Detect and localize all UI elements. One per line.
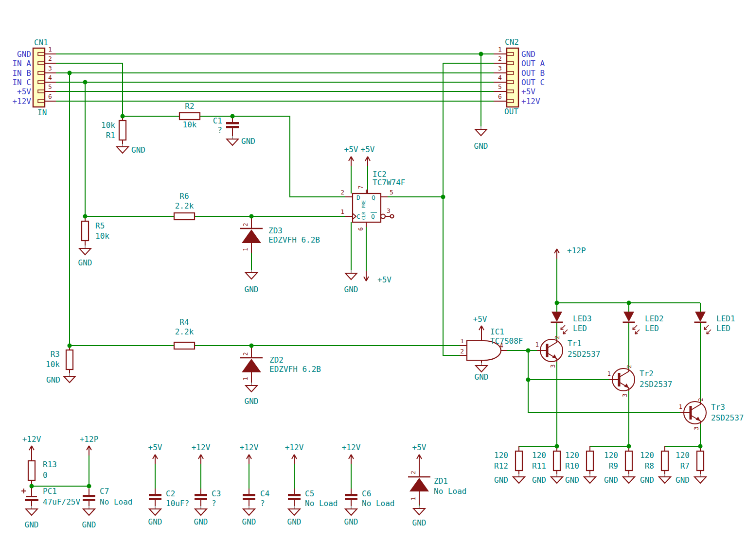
gnd-label: GND [287, 517, 302, 526]
r4-ref: R4 [179, 317, 189, 327]
r3-ref: R3 [51, 350, 60, 359]
r1-value: 10k [101, 121, 115, 130]
junction-dot [68, 344, 72, 348]
transistor-tr3: 2 3 1 Tr3 2SD2537 [679, 398, 744, 430]
power-arrow-up [87, 446, 91, 455]
led2-body [623, 312, 640, 334]
r9-value: 120 [604, 451, 618, 460]
tr1-pin-2: 2 [554, 335, 561, 339]
cn2-pin-number: 2 [498, 55, 502, 62]
power-arrow-up [292, 455, 297, 464]
gnd-label: GND [676, 475, 690, 485]
schematic-svg: CN1 IN 1 2 3 4 5 6 GND IN A IN B IN C +5… [0, 0, 747, 560]
schematic-canvas: CN1 IN 1 2 3 4 5 6 GND IN A IN B IN C +5… [0, 0, 747, 560]
tr1-part: 2SD2537 [568, 350, 600, 359]
pc1-value: 47uF/25V [43, 497, 80, 507]
ic2-pin-name-clr: CLR [361, 211, 366, 220]
ic1-part: TC7S08F [490, 336, 523, 346]
junction-dot [698, 444, 703, 449]
gnd-label: GND [494, 475, 508, 485]
gnd-symbol [288, 506, 300, 515]
led1-value: LED [716, 324, 730, 333]
r2-body [179, 113, 200, 120]
c4-value: ? [260, 499, 265, 508]
gnd-label: GND [475, 372, 489, 382]
gnd-label: GND [245, 397, 259, 406]
r4-value: 2.2k [175, 327, 194, 336]
zd1-body [408, 477, 430, 491]
r8-value: 120 [640, 451, 654, 460]
p5v-label: +5V [377, 275, 391, 284]
ic2-flipflop: +5V +5V IC2 TC7W74F D Q C Q PRE CLR 2 1 … [340, 145, 405, 294]
gnd-label: GND [412, 518, 427, 527]
power-arrow-up [153, 455, 158, 464]
gnd-label: GND [46, 375, 60, 385]
resistor-r4: R4 2.2k [174, 317, 195, 349]
cn2-pin-number: 3 [498, 65, 502, 72]
cn1-pin-number: 4 [48, 74, 52, 81]
r2-ref: R2 [185, 102, 194, 111]
zd2-value: EDZVFH 6.2B [269, 365, 321, 374]
r6-body [174, 213, 195, 220]
gnd-label: GND [640, 475, 654, 485]
c7-value: No Load [100, 497, 132, 507]
c1-value: ? [217, 125, 222, 135]
r8-body [661, 451, 668, 471]
cn1-pin-number: 3 [48, 65, 52, 72]
pc1-plate-top [26, 496, 37, 497]
cn2-pin-number: 6 [498, 93, 502, 100]
zener-zd2: 2 1 ZD2 EDZVFH 6.2B GND [240, 352, 321, 406]
r4-body [174, 342, 195, 349]
cn1-port-label: IN [37, 108, 47, 117]
c5-ref: C5 [305, 489, 314, 498]
cn1-pin-number: 6 [48, 93, 52, 100]
gnd-symbol [623, 474, 635, 483]
led3-value: LED [573, 324, 587, 333]
c2-value: 10uF? [166, 499, 189, 508]
ic1-ref: IC1 [490, 327, 504, 336]
c6-value: No Load [362, 499, 394, 508]
r3-body [66, 350, 73, 369]
resistor-r1: 10k R1 GND [101, 121, 145, 155]
r5-value: 10k [95, 231, 109, 241]
gnd-symbol [475, 126, 487, 136]
gnd-label: GND [344, 285, 358, 294]
p12p-label: +12P [567, 246, 586, 255]
junction-dot [627, 301, 631, 305]
gnd-symbol [584, 474, 596, 483]
pc1-plate-bottom [25, 499, 38, 501]
p12v-label: +12V [240, 443, 259, 452]
cn1-body [33, 48, 45, 107]
r5-body [82, 221, 89, 241]
gnd-symbol [64, 373, 75, 383]
tr1-pin-3: 3 [550, 364, 556, 368]
gnd-symbol [79, 245, 91, 255]
r1-body [119, 121, 126, 140]
p12v-label: +12V [22, 435, 41, 444]
zd3-value: EDZVFH 6.2B [268, 235, 320, 245]
ic1-pin-1: 1 [460, 337, 464, 345]
ic2-pin-name-qbar: Q [371, 213, 375, 220]
junction-dot [83, 214, 88, 219]
capacitor-c1: C1 ? GND [213, 116, 255, 146]
gnd-symbol [195, 506, 207, 515]
junction-dot [555, 301, 559, 305]
gnd-label: GND [131, 145, 145, 155]
junction-dot [121, 114, 125, 119]
gnd-symbol [117, 144, 128, 153]
tr3-ref: Tr3 [711, 402, 725, 412]
zd1-pin-2: 2 [410, 471, 417, 474]
p5v-label: +5V [412, 443, 427, 452]
power-arrow-up [29, 446, 34, 455]
gnd-label: GND [194, 517, 208, 526]
gnd-label: GND [532, 475, 546, 485]
power-arrow-up [349, 455, 354, 464]
r7-ref: R7 [680, 461, 690, 471]
gnd-symbol [227, 136, 238, 145]
cn1-ref: CN1 [34, 38, 48, 47]
gnd-label: GND [241, 137, 255, 146]
cn2-pin-number: 1 [498, 46, 502, 53]
gnd-label: GND [565, 475, 579, 485]
c1-ref: C1 [213, 116, 222, 125]
power-arrow-up [365, 157, 370, 166]
